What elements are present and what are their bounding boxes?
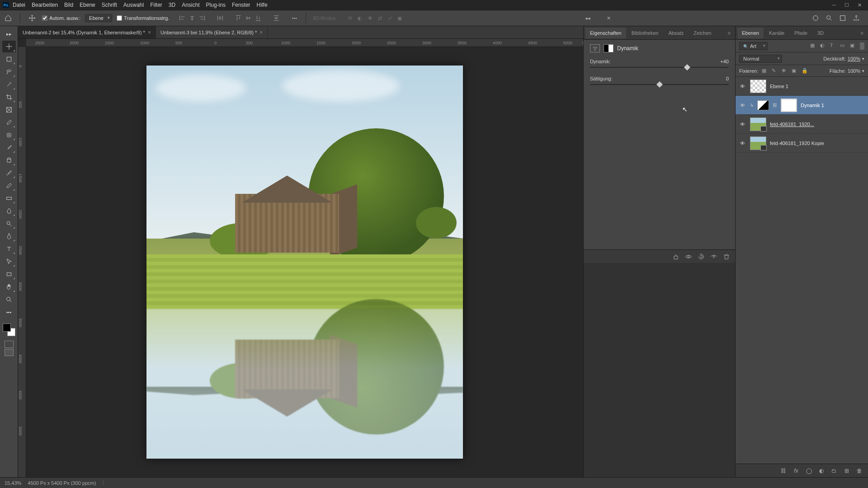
reset-icon[interactable] [697, 253, 705, 261]
menu-ansicht[interactable]: Ansicht [182, 2, 199, 8]
blur-tool[interactable] [2, 205, 16, 217]
filter-type-icon[interactable]: T [830, 42, 837, 50]
layer-name[interactable]: feld-406181_1920 Kopie [770, 141, 824, 146]
fill-value[interactable]: 100% [848, 68, 860, 74]
layer-visibility-icon[interactable]: 👁 [738, 141, 746, 146]
transform-input[interactable] [117, 15, 122, 21]
quick-mask-icon[interactable] [5, 349, 14, 356]
lock-transparent-icon[interactable]: ▦ [762, 68, 768, 74]
delete-layer-icon[interactable]: 🗑 [855, 467, 863, 475]
maximize-icon[interactable]: ☐ [841, 1, 853, 9]
crop-tool[interactable] [2, 91, 16, 103]
fill-control[interactable]: Fläche: 100% ▾ [830, 68, 864, 74]
menu-auswahl[interactable]: Auswahl [123, 2, 144, 8]
new-adjustment-icon[interactable]: ◐ [817, 467, 826, 475]
layer-row-dynamik[interactable]: 👁 ↳ ⛓ Dynamik 1 [736, 96, 868, 115]
cloud-docs-icon[interactable] [811, 14, 820, 23]
panel-collapse-icon[interactable]: ◂◂ [581, 11, 594, 25]
vibrance-slider[interactable] [590, 67, 729, 68]
eyedropper-tool[interactable] [2, 117, 16, 128]
vibrance-slider-thumb[interactable] [684, 64, 690, 70]
delete-adjustment-icon[interactable] [722, 253, 731, 261]
align-middle-icon[interactable] [243, 13, 253, 23]
layer-fx-icon[interactable]: fx [792, 467, 800, 475]
layer-row-smart1[interactable]: 👁 feld-406181_1920... [736, 115, 868, 134]
3d-scale-icon[interactable]: ⤢ [385, 13, 395, 23]
3d-slide-icon[interactable]: ⇄ [375, 13, 385, 23]
history-brush-tool[interactable] [2, 167, 16, 179]
path-select-tool[interactable] [2, 256, 16, 267]
layer-visibility-icon[interactable]: 👁 [738, 122, 746, 127]
opacity-chevron-icon[interactable]: ▾ [862, 56, 864, 61]
gradient-tool[interactable] [2, 192, 16, 204]
saturation-value[interactable]: 0 [711, 76, 729, 81]
healing-brush-tool[interactable] [2, 129, 16, 141]
layer-thumb[interactable] [750, 136, 766, 150]
tab-kanaele[interactable]: Kanäle [764, 28, 789, 38]
vibrance-value[interactable]: +40 [711, 59, 729, 64]
move-tool[interactable] [2, 41, 16, 52]
panel-close-icon[interactable]: ✕ [602, 11, 615, 25]
tab-absatz[interactable]: Absatz [664, 28, 689, 38]
new-layer-icon[interactable]: ⊞ [843, 467, 851, 475]
tab-bibliotheken[interactable]: Bibliotheken [627, 28, 663, 38]
align-left-icon[interactable] [177, 13, 187, 23]
layer-mask-thumb[interactable] [781, 99, 797, 112]
3d-pan-icon[interactable]: ✥ [365, 13, 375, 23]
edit-toolbar-icon[interactable]: ••• [2, 306, 16, 318]
layers-panel-menu-icon[interactable]: ≡ [858, 30, 866, 36]
menu-bild[interactable]: Bild [64, 2, 73, 8]
filter-adjustment-icon[interactable]: ◐ [820, 42, 827, 50]
menu-plugins[interactable]: Plug-ins [206, 2, 226, 8]
eraser-tool[interactable] [2, 180, 16, 192]
more-options-icon[interactable]: ••• [289, 13, 299, 23]
adjustment-thumb[interactable] [757, 100, 769, 110]
layer-visibility-icon[interactable]: 👁 [738, 103, 746, 108]
transform-controls-checkbox[interactable]: Transformationsstrg. [117, 15, 169, 21]
distribute-h-icon[interactable] [215, 13, 225, 23]
lock-pixels-icon[interactable]: ✎ [772, 68, 778, 74]
align-bottom-icon[interactable] [253, 13, 263, 23]
canvas[interactable] [26, 47, 583, 477]
menu-bearbeiten[interactable]: Bearbeiten [32, 2, 58, 8]
menu-ebene[interactable]: Ebene [80, 2, 95, 8]
lock-artboard-icon[interactable]: ▣ [792, 68, 798, 74]
add-mask-icon[interactable]: ◯ [805, 467, 813, 475]
lasso-tool[interactable] [2, 66, 16, 78]
zoom-level[interactable]: 15,43% [5, 480, 21, 486]
home-icon[interactable] [3, 13, 14, 23]
ruler-horizontal[interactable]: 2500 2000 1500 1000 500 0 500 1000 1500 … [26, 39, 583, 47]
layer-row-smart2[interactable]: 👁 feld-406181_1920 Kopie [736, 134, 868, 153]
rectangle-tool[interactable] [2, 268, 16, 280]
align-center-h-icon[interactable] [187, 13, 197, 23]
hand-tool[interactable] [2, 281, 16, 293]
minimize-icon[interactable]: ─ [828, 1, 840, 9]
search-icon[interactable] [825, 14, 834, 23]
tab-1-close-icon[interactable]: × [148, 29, 151, 36]
layer-visibility-icon[interactable]: 👁 [738, 84, 746, 89]
layer-filter-dropdown[interactable]: Art [739, 42, 768, 50]
zoom-tool[interactable] [2, 294, 16, 305]
tab-pfade[interactable]: Pfade [790, 28, 812, 38]
opacity-control[interactable]: Deckkraft: 100% ▾ [823, 56, 864, 61]
distribute-v-icon[interactable] [271, 13, 281, 23]
color-swatches[interactable] [3, 324, 15, 336]
layer-name[interactable]: Ebene 1 [770, 84, 788, 89]
clip-to-layer-icon[interactable] [672, 253, 680, 261]
tab-3d[interactable]: 3D [813, 28, 828, 38]
tab-ebenen[interactable]: Ebenen [737, 28, 764, 38]
menu-fenster[interactable]: Fenster [232, 2, 250, 8]
auto-select-target-dropdown[interactable]: Ebene [85, 14, 112, 22]
fill-chevron-icon[interactable]: ▾ [862, 69, 864, 73]
arrange-icon[interactable] [838, 14, 847, 23]
link-layers-icon[interactable]: ⛓ [779, 467, 788, 475]
layer-thumb[interactable] [750, 80, 766, 93]
auto-select-input[interactable] [42, 15, 47, 21]
tab-eigenschaften[interactable]: Eigenschaften [585, 28, 626, 38]
tab-2-close-icon[interactable]: × [259, 29, 263, 36]
toggle-visibility-icon[interactable] [710, 253, 718, 261]
view-previous-icon[interactable] [684, 253, 693, 261]
ruler-vertical[interactable]: 0 500 1000 1500 2000 2500 3000 3500 4000… [18, 47, 26, 477]
artboard-tool[interactable] [2, 53, 16, 65]
filter-toggle-icon[interactable] [860, 42, 864, 50]
